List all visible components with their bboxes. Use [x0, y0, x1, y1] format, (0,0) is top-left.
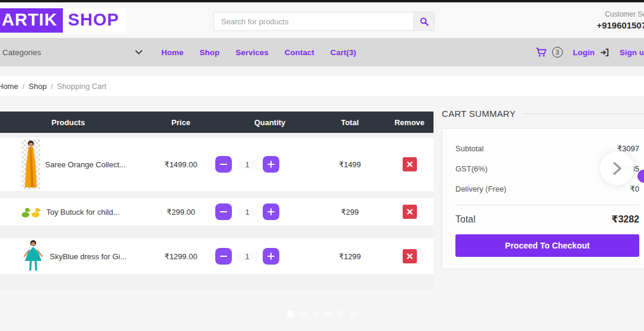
cart-table: Products Price Quantity Total Remove Sar…: [0, 112, 433, 289]
minus-icon: [220, 256, 227, 257]
breadcrumb-current: Shopping Cart: [57, 82, 106, 91]
search-button[interactable]: [413, 12, 435, 31]
quantity-stepper: 1: [203, 248, 292, 265]
nav-right-actions: 3 Login Sign u: [535, 38, 644, 66]
signup-link[interactable]: Sign u: [620, 48, 644, 57]
summary-label: Delivery (Free): [455, 184, 506, 193]
column-header-quantity: Quantity: [225, 118, 314, 127]
column-header-price: Price: [136, 118, 225, 127]
product-price: ₹1299.00: [164, 252, 197, 261]
summary-divider: [455, 205, 639, 205]
close-icon: [407, 161, 413, 167]
cart-row-dress: SkyBlue dress for Gi... ₹1299.00 1 ₹1299: [0, 238, 433, 274]
total-label: Total: [455, 214, 476, 225]
cart-count-badge: 3: [552, 47, 563, 58]
breadcrumb-shop[interactable]: Shop: [28, 82, 46, 91]
quantity-value: 1: [237, 252, 257, 261]
nav-links: Home Shop Services Contact Cart(3): [161, 48, 356, 57]
summary-delivery-row: Delivery (Free) ₹0: [455, 184, 639, 193]
carousel-dot[interactable]: [337, 310, 345, 318]
quantity-plus-button[interactable]: [263, 248, 279, 265]
nav-link-contact[interactable]: Contact: [285, 48, 314, 57]
quantity-plus-button[interactable]: [263, 156, 279, 173]
column-header-total: Total: [314, 118, 385, 127]
nav-link-services[interactable]: Services: [235, 48, 269, 57]
cart-row-saree: Saree Orange Collect... ₹1499.00 1 ₹1499: [0, 138, 433, 191]
quantity-value: 1: [237, 160, 257, 169]
quantity-value: 1: [237, 208, 257, 217]
product-image-toy-ducks[interactable]: [21, 205, 42, 218]
carousel-dot[interactable]: [324, 310, 332, 318]
total-value: ₹3282: [611, 214, 639, 225]
product-image-saree[interactable]: [21, 139, 40, 189]
carousel-next-button[interactable]: [600, 151, 634, 185]
carousel-dot[interactable]: [287, 310, 295, 318]
proceed-to-checkout-button[interactable]: Proceed To Checkout: [455, 234, 639, 257]
product-name[interactable]: Saree Orange Collect...: [45, 160, 126, 169]
carousel-dot[interactable]: [312, 310, 320, 318]
carousel-dot[interactable]: [299, 310, 307, 318]
breadcrumb: Home / Shop / Shopping Cart: [0, 76, 644, 96]
quantity-minus-button[interactable]: [215, 248, 232, 265]
categories-dropdown[interactable]: Categories: [0, 48, 147, 57]
login-icon: [600, 48, 609, 57]
logo[interactable]: ARTIK SHOP: [0, 8, 126, 33]
search-icon: [420, 17, 429, 26]
cart-icon[interactable]: [535, 47, 547, 58]
nav-link-shop[interactable]: Shop: [200, 48, 220, 57]
product-image-skyblue-dress[interactable]: [21, 239, 45, 273]
column-header-products: Products: [0, 118, 136, 127]
close-icon: [407, 209, 413, 215]
carousel-dot[interactable]: [349, 310, 357, 318]
chevron-down-icon: [135, 50, 142, 55]
summary-value: ₹0: [630, 184, 639, 193]
remove-button[interactable]: [403, 205, 417, 219]
line-total: ₹1499: [339, 160, 361, 169]
login-link[interactable]: Login: [573, 48, 595, 57]
quantity-stepper: 1: [203, 203, 292, 220]
breadcrumb-separator: /: [23, 82, 25, 91]
customer-service-label: Customer Se: [597, 10, 644, 18]
cart-summary-card: Subtotal ₹3097 GST(6%) ₹185 Delivery (Fr…: [442, 128, 644, 269]
breadcrumb-home[interactable]: Home: [0, 82, 18, 91]
minus-icon: [220, 164, 227, 166]
cart-row-toy: Toy Butuck for child... ₹299.00 1 ₹299: [0, 198, 433, 225]
nav-link-home[interactable]: Home: [161, 48, 184, 57]
cart-summary-title: CART SUMMARY: [442, 109, 644, 119]
cart-table-header: Products Price Quantity Total Remove: [0, 112, 433, 133]
quantity-minus-button[interactable]: [215, 203, 232, 220]
product-price: ₹299.00: [167, 208, 195, 217]
product-price: ₹1499.00: [164, 160, 197, 169]
product-name[interactable]: SkyBlue dress for Gi...: [50, 252, 126, 261]
column-header-remove: Remove: [385, 118, 433, 127]
shopping-cart-page: ARTIK SHOP Customer Se +919601507 Catego…: [0, 0, 644, 331]
customer-service-block: Customer Se +919601507: [597, 10, 644, 30]
summary-label: Subtotal: [455, 144, 484, 153]
chevron-right-icon: [612, 161, 623, 176]
quantity-minus-button[interactable]: [215, 156, 232, 173]
summary-label: GST(6%): [455, 164, 487, 173]
search-input[interactable]: [213, 12, 413, 31]
remove-button[interactable]: [403, 249, 417, 263]
quantity-stepper: 1: [203, 156, 292, 173]
summary-total-row: Total ₹3282: [455, 214, 639, 225]
nav-link-cart[interactable]: Cart(3): [330, 48, 356, 57]
close-icon: [407, 253, 413, 259]
carousel-dots: [0, 310, 644, 318]
header: ARTIK SHOP Customer Se +919601507: [0, 2, 644, 38]
logo-primary: ARTIK: [0, 8, 63, 33]
logo-secondary: SHOP: [63, 8, 126, 33]
product-name[interactable]: Toy Butuck for child...: [46, 208, 120, 217]
quantity-plus-button[interactable]: [263, 203, 279, 220]
breadcrumb-separator: /: [51, 82, 53, 91]
search-bar: [213, 12, 435, 31]
line-total: ₹299: [341, 208, 359, 217]
customer-service-phone: +919601507: [597, 20, 644, 30]
remove-button[interactable]: [403, 157, 417, 171]
main-nav: Categories Home Shop Services Contact Ca…: [0, 38, 644, 66]
line-total: ₹1299: [339, 252, 361, 261]
categories-label: Categories: [2, 48, 41, 57]
minus-icon: [220, 211, 227, 213]
